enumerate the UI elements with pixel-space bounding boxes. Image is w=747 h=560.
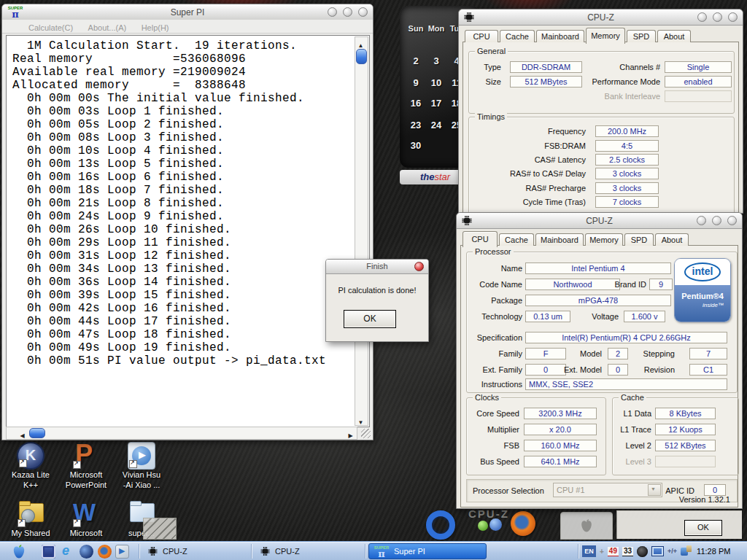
taskbar-button-superpi[interactable]: SUPER π Super PI [368, 543, 487, 559]
tab-cache[interactable]: Cache [500, 30, 535, 42]
icon-label: My Shared [6, 528, 55, 538]
desktop-icon-my-shared[interactable]: My Shared [6, 500, 55, 538]
horizontal-scroll-thumb[interactable] [29, 428, 45, 438]
minimize-button[interactable] [697, 216, 706, 225]
tray-device-part [686, 545, 692, 552]
desktop-icon-powerpoint[interactable]: P Microsoft PowerPoint [61, 442, 111, 490]
scroll-down-icon[interactable] [355, 414, 366, 425]
quicklaunch-ie-icon[interactable]: e [61, 545, 74, 559]
intel-brand: intel [684, 262, 721, 281]
tab-cpu[interactable]: CPU [465, 30, 498, 42]
tray-display-icon[interactable] [651, 546, 664, 556]
cpu-tab-panel: Processor Name Intel Pentium 4 intel Pen… [460, 245, 738, 508]
cpuz-memory-window: CPU-Z CPU Cache Mainboard Memory SPD Abo… [458, 9, 743, 214]
tab-about[interactable]: About [657, 30, 691, 42]
menu-calculate[interactable]: Calculate(C) [28, 23, 73, 32]
firefox-icon[interactable] [511, 511, 535, 536]
vertical-scroll-thumb[interactable] [356, 49, 367, 64]
icon-label: -Ai Xiao ... [117, 480, 166, 490]
superpi-window: SUPER π Super PI Calculate(C) About...(A… [1, 4, 374, 440]
start-apple-icon[interactable] [12, 544, 26, 559]
finish-ok-button[interactable]: OK [344, 310, 396, 328]
general-group: General Type DDR-SDRAM Channels # Single… [468, 51, 735, 114]
calendar-header: Sun [407, 24, 425, 33]
maximize-button[interactable] [713, 12, 722, 22]
ext-model-label: Ext. Model [560, 365, 602, 375]
desktop-icon-word[interactable]: W Microsoft [61, 500, 111, 538]
type-label: Type [471, 62, 501, 72]
menu-about[interactable]: About...(A) [88, 23, 127, 32]
ext-model-value: 0 [608, 364, 628, 376]
tab-mainboard[interactable]: Mainboard [535, 233, 584, 246]
quicklaunch-firefox-icon[interactable] [98, 545, 112, 559]
frequency-value: 200.0 MHz [595, 125, 659, 137]
superpi-menubar: Calculate(C) About...(A) Help(H) [2, 20, 373, 34]
thestar-logo-the: the [420, 171, 435, 182]
resize-grip[interactable] [361, 429, 371, 438]
shortcut-arrow-icon [18, 519, 26, 527]
horizontal-scrollbar[interactable] [6, 427, 357, 440]
superpi-output-text: 1M Calculation Start. 19 iterations. Rea… [12, 39, 326, 368]
tab-cache[interactable]: Cache [499, 233, 534, 246]
tray-temp1-indicator[interactable]: 49 [608, 547, 619, 556]
l1-data-value: 8 KBytes [655, 408, 716, 419]
finish-dialog-titlebar[interactable]: Finish [326, 260, 428, 274]
channels-label: Channels # [554, 62, 660, 72]
performance-mode-value: enabled [665, 76, 732, 88]
shortcut-arrow-icon [73, 461, 81, 469]
close-button[interactable] [414, 262, 424, 271]
minimize-button[interactable] [328, 7, 337, 17]
maximize-button[interactable] [343, 7, 352, 17]
tray-network-arrows-icon[interactable]: +/+ [667, 548, 677, 555]
cpuz-ok-button[interactable]: OK [684, 520, 722, 536]
close-button[interactable] [358, 7, 368, 17]
desktop-icon-media-file[interactable]: ▶ Vivian Hsu -Ai Xiao ... [117, 442, 166, 490]
quicklaunch-mediaplayer-icon[interactable]: ▶ [115, 545, 129, 559]
quicklaunch-video-icon[interactable] [42, 545, 55, 559]
icon-label: K++ [6, 480, 55, 490]
tray-gear-icon[interactable] [637, 546, 648, 557]
minimize-button[interactable] [697, 12, 707, 22]
desktop-icon-kazaa[interactable]: K Kazaa Lite K++ [6, 442, 55, 490]
tab-spd[interactable]: SPD [624, 233, 654, 246]
tray-temp2-indicator[interactable]: 33 [622, 547, 633, 556]
scroll-right-icon[interactable] [345, 427, 356, 438]
apple-glyph-icon [580, 518, 593, 533]
icon-label: PowerPoint [61, 480, 111, 490]
superpi-titlebar[interactable]: SUPER π Super PI [2, 4, 373, 20]
tray-device-icon[interactable] [681, 545, 692, 557]
cache-group: Cache L1 Data 8 KBytes L1 Trace 12 Kuops… [612, 397, 739, 475]
cpuz-memory-titlebar[interactable]: CPU-Z [459, 9, 743, 26]
maximize-button[interactable] [712, 216, 721, 225]
tab-spd[interactable]: SPD [627, 30, 656, 42]
finish-dialog: Finish PI calculation is done! OK [325, 259, 429, 342]
tab-memory[interactable]: Memory [586, 28, 625, 44]
ring-icon[interactable] [426, 510, 455, 540]
language-indicator[interactable]: EN [582, 545, 596, 557]
quicklaunch-globe-icon[interactable] [80, 545, 93, 559]
cpuz-cpu-titlebar[interactable]: CPU-Z [457, 213, 742, 229]
cycle-time-value: 7 clocks [595, 196, 659, 208]
tray-plus-icon[interactable]: + [600, 548, 604, 556]
green-orb-icon[interactable] [478, 521, 488, 531]
close-button[interactable] [727, 216, 737, 225]
clocks-group: Clocks Core Speed 3200.3 MHz Multiplier … [466, 397, 606, 475]
taskbar-button-cpuz-1[interactable]: CPU-Z [143, 543, 249, 559]
tab-about[interactable]: About [655, 233, 689, 246]
scroll-left-icon[interactable] [17, 427, 28, 438]
size-label: Size [471, 77, 501, 87]
scroll-up-icon[interactable] [355, 37, 366, 48]
tab-mainboard[interactable]: Mainboard [536, 30, 584, 42]
close-button[interactable] [728, 12, 738, 22]
tab-memory[interactable]: Memory [585, 233, 623, 246]
model-label: Model [569, 349, 602, 359]
group-legend: Clocks [473, 393, 501, 402]
menu-help[interactable]: Help(H) [142, 23, 169, 32]
taskbar-button-cpuz-2[interactable]: CPU-Z [255, 543, 362, 559]
system-tray: EN + 49 33 +/+ 11:28 PM [582, 542, 730, 560]
instructions-label: Instructions [470, 379, 522, 389]
tab-cpu[interactable]: CPU [462, 231, 498, 247]
vertical-scrollbar[interactable] [355, 36, 368, 426]
blue-orb-icon[interactable] [489, 518, 502, 531]
clock[interactable]: 11:28 PM [697, 547, 730, 556]
